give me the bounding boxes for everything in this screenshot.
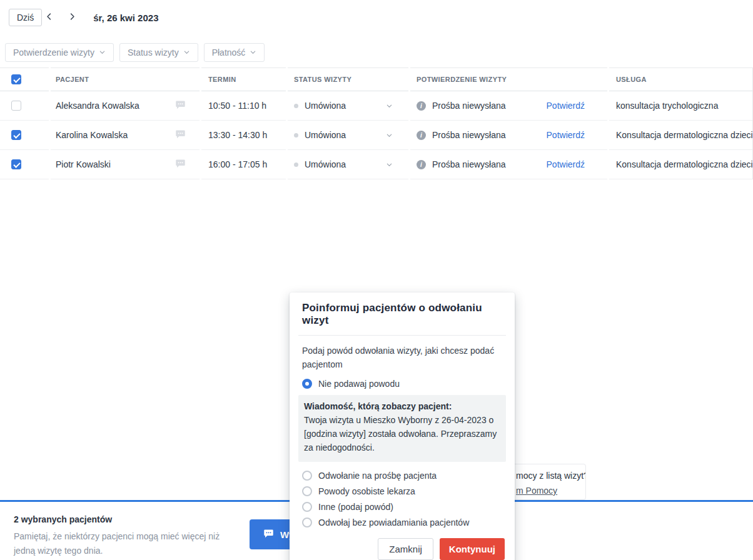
chevron-left-icon: [44, 12, 54, 23]
status-cell: Umówiona: [288, 150, 408, 179]
table-row: Karolina Kowalska 13:30 - 14:30 h Umówio…: [0, 121, 753, 150]
service-cell: Konsultacja dermatologiczna dzieci: [609, 150, 753, 179]
row-checkbox[interactable]: [11, 101, 21, 111]
service-cell: Konsultacja dermatologiczna dzieci: [609, 121, 753, 150]
filter-payment-label: Płatność: [212, 48, 246, 58]
status-chevron-down-icon[interactable]: [386, 132, 393, 139]
row-checkbox[interactable]: [11, 159, 21, 169]
patient-cell: Karolina Kowalska: [51, 121, 200, 150]
message-preview-heading: Wiadomość, którą zobaczy pacjent:: [304, 401, 500, 411]
message-patient-button[interactable]: [175, 129, 186, 141]
next-day-button[interactable]: [65, 9, 79, 26]
status-chevron-down-icon[interactable]: [386, 102, 393, 109]
popover-footer: Zamknij Kontynuuj: [290, 533, 515, 560]
help-team-link[interactable]: m Pomocy: [516, 486, 557, 496]
row-checkbox[interactable]: [11, 130, 21, 140]
today-button[interactable]: Dziś: [9, 9, 42, 26]
message-preview-body: Twoja wizyta u Mieszko Wyborny z 26-04-2…: [304, 414, 500, 454]
confirmation-cell: i Prośba niewysłana Potwierdź: [410, 121, 607, 150]
confirm-visit-link[interactable]: Potwierdź: [547, 130, 585, 140]
confirmation-label: Prośba niewysłana: [432, 101, 506, 111]
filter-status-label: Status wizyty: [128, 48, 179, 58]
row-select-cell: [0, 150, 49, 179]
header-confirmation: Potwierdzenie wizyty: [410, 68, 607, 91]
chat-bubble-icon: [263, 528, 274, 541]
time-cell: 10:50 - 11:10 h: [201, 91, 286, 121]
status-dot-icon: [294, 133, 298, 138]
service-cell: konsultacja trychologiczna: [609, 91, 753, 121]
reason-option-label: Nie podawaj powodu: [318, 379, 400, 389]
reason-option-other[interactable]: Inne (podaj powód): [302, 502, 502, 512]
status-cell: Umówiona: [288, 121, 408, 150]
status-cell: Umówiona: [288, 91, 408, 121]
radio-icon[interactable]: [302, 518, 312, 528]
selected-count-label: 2 wybranych pacjentów: [14, 514, 112, 524]
status-label: Umówiona: [305, 130, 346, 140]
table-header-row: Pacjent Termin Status wizyty Potwierdzen…: [0, 68, 753, 91]
header-select-all-cell: [0, 68, 49, 91]
message-patient-button[interactable]: [175, 158, 186, 171]
popover-title: Poinformuj pacjentów o odwołaniu wizyt: [290, 292, 515, 335]
status-chevron-down-icon[interactable]: [386, 161, 393, 168]
reason-option-patient-request[interactable]: Odwołanie na prośbę pacjenta: [302, 471, 502, 481]
reason-option-no-notification[interactable]: Odwołaj bez powiadamiania pacjentów: [302, 518, 502, 528]
confirmation-cell: i Prośba niewysłana Potwierdź: [410, 150, 607, 179]
radio-icon[interactable]: [302, 502, 312, 512]
chat-bubble-icon: [175, 158, 186, 171]
chat-bubble-icon: [175, 129, 186, 141]
patient-name: Piotr Kowalski: [56, 159, 111, 169]
patient-cell: Piotr Kowalski: [51, 150, 200, 179]
continue-button[interactable]: Kontynuuj: [440, 538, 505, 560]
status-label: Umówiona: [305, 101, 346, 111]
info-icon: i: [417, 160, 426, 169]
filter-payment-dropdown[interactable]: Płatność: [204, 43, 265, 62]
selection-note: Pamiętaj, że niektórzy pacjenci mogą mie…: [14, 529, 239, 558]
chevron-down-icon: [99, 48, 106, 58]
radio-icon[interactable]: [302, 471, 312, 481]
reason-option-doctor-personal[interactable]: Powody osobiste lekarza: [302, 486, 502, 496]
radio-icon[interactable]: [302, 379, 312, 389]
header-service: Usługa: [609, 68, 753, 91]
prev-day-button[interactable]: [42, 9, 56, 26]
reason-option-label: Powody osobiste lekarza: [318, 486, 415, 496]
message-patient-button[interactable]: [175, 99, 186, 112]
chat-bubble-icon: [175, 99, 186, 112]
close-button[interactable]: Zamknij: [378, 538, 433, 560]
reason-option-no-reason[interactable]: Nie podawaj powodu: [302, 379, 502, 389]
table-row: Piotr Kowalski 16:00 - 17:05 h Umówiona …: [0, 150, 753, 179]
chevron-down-icon: [183, 48, 190, 58]
status-label: Umówiona: [305, 159, 346, 169]
reason-option-label: Inne (podaj powód): [318, 502, 393, 512]
current-date-label: śr, 26 kwi 2023: [93, 12, 158, 23]
row-select-cell: [0, 121, 49, 150]
visits-table: Pacjent Termin Status wizyty Potwierdzen…: [0, 68, 753, 179]
date-toolbar: Dziś śr, 26 kwi 2023: [9, 9, 159, 26]
header-patient: Pacjent: [51, 68, 200, 91]
cancel-visits-popover: Poinformuj pacjentów o odwołaniu wizyt P…: [290, 292, 515, 560]
table-row: Aleksandra Kowalska 10:50 - 11:10 h Umów…: [0, 91, 753, 121]
info-icon: i: [417, 101, 426, 111]
patient-name: Karolina Kowalska: [56, 130, 128, 140]
popover-description: Podaj powód odwołania wizyty, jaki chces…: [302, 344, 497, 371]
time-cell: 13:30 - 14:30 h: [201, 121, 286, 150]
time-cell: 16:00 - 17:05 h: [201, 150, 286, 179]
divider: [298, 335, 506, 336]
patient-name: Aleksandra Kowalska: [56, 101, 139, 111]
select-all-checkbox[interactable]: [11, 74, 21, 84]
header-time: Termin: [201, 68, 286, 91]
reason-option-label: Odwołaj bez powiadamiania pacjentów: [318, 518, 469, 528]
chevron-down-icon: [250, 48, 256, 58]
chevron-right-icon: [68, 12, 77, 23]
radio-icon[interactable]: [302, 486, 312, 496]
row-select-cell: [0, 91, 49, 121]
filter-status-dropdown[interactable]: Status wizyty: [119, 43, 198, 62]
confirmation-cell: i Prośba niewysłana Potwierdź: [410, 91, 607, 121]
header-status: Status wizyty: [288, 68, 408, 91]
filter-confirmation-dropdown[interactable]: Potwierdzenie wizyty: [5, 43, 114, 62]
info-icon: i: [417, 131, 426, 140]
filter-bar: Potwierdzenie wizyty Status wizyty Płatn…: [5, 43, 265, 62]
confirm-visit-link[interactable]: Potwierdź: [547, 159, 585, 169]
patient-cell: Aleksandra Kowalska: [51, 91, 200, 121]
message-preview-panel: Wiadomość, którą zobaczy pacjent: Twoja …: [298, 395, 506, 462]
confirm-visit-link[interactable]: Potwierdź: [547, 101, 585, 111]
